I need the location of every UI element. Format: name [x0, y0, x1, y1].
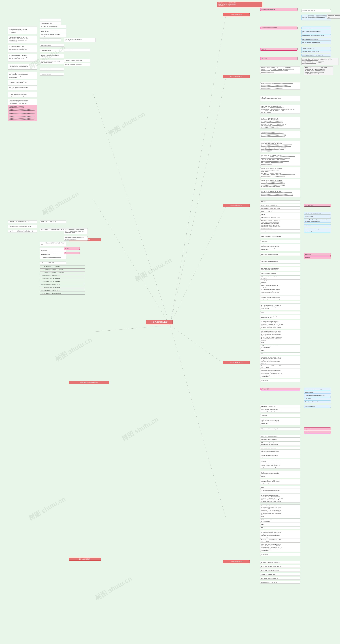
b3-self-eval: Self evaluation — [260, 379, 300, 382]
top-note-box: 四年级英语人教版小学英语课教教案教 实践时节约30分钟，也因为让数学家分 析下面… — [217, 2, 262, 8]
b2-height: of medium height. (pencil medium build) … — [40, 60, 64, 64]
b5-self-eval2: Self evaluation — [260, 553, 300, 556]
b3-obj-build: 6.To build students' confidence — [260, 272, 300, 275]
b5-develop2: 5.To develop students' ability to cooper… — [260, 442, 300, 446]
b5-they1: They are (They aa) a-b teachers,___ — [304, 388, 331, 390]
b1-diff-point: 5. 教学难点 — [260, 57, 297, 60]
watermark-4: 树图 shutu.cn — [134, 256, 173, 284]
svg-line-7 — [93, 325, 170, 332]
svg-line-1 — [170, 78, 226, 325]
b4-list5: • 上册1年级课教案2年级上册1年级课教案 — [40, 277, 85, 280]
b1-grammar-note: 啊啊啊啊啊啊，啊啊啊啊啊啊啊啊啊啊，啊啊啊啊啊啊。 — [327, 14, 340, 18]
b2-friend: I give the new friend – sherlock holmes … — [8, 64, 37, 70]
b3-time: Time_2020.12.30___Materials___5a for — [260, 216, 300, 219]
b5-phonetics: a) phonetics — [304, 428, 331, 430]
b2-similar: show some similar phrases and let the st… — [8, 86, 37, 90]
branch6-label: 小学4年级英语课教案6（通用5篇） — [69, 381, 109, 384]
b3-obj-develop3: (3.Optional objectives: 5.To develop fre… — [260, 296, 300, 300]
b2-unit: unit 5 — [40, 18, 61, 21]
b3-i-know: I like I know — [304, 224, 331, 227]
b3-exercise: 6. exercise 6.a) (short - Where is ___ ?… — [260, 364, 300, 369]
b1-sentence2: I am a teacher (Where she is my mother ) — [301, 30, 331, 34]
b4-pink1: 第三页！ — [64, 247, 80, 250]
b4-is-book: 5. There is a book in There is a book in… — [40, 248, 66, 252]
watermark-2: 树图 shutu.cn — [107, 110, 147, 138]
b5-oral2: 5.Oral work — [260, 526, 300, 529]
branch2-label: 小学4年级英语课教案2 — [223, 75, 250, 78]
b7-r1: 1. Warmup & Introduction：介绍新教案 — [260, 561, 300, 564]
b1-sentence4: my name is amy 啊啊啊啊啊啊aa啊 — [301, 38, 331, 40]
branch7-label: 小学4年级英语课教案7 — [223, 560, 250, 563]
b3-obj-make2: make it in the Words: presentations or p… — [260, 280, 300, 284]
b4-there-note: There be 句型复习，使用同时进行巩固 一 复习总结 — [40, 228, 66, 231]
b5-on-shelf: 5.is on the shelf Yes it is. 9.) — [304, 400, 331, 403]
b3-key-q: ii. Where question and it smooth for "5.… — [260, 284, 300, 288]
b3-next-pair: 7. (5)Teachers (They aa): a5(A)(teachers… — [260, 369, 300, 378]
b5-aids2: Aids PPT (keyboard chalk__, Procedures 1… — [260, 478, 300, 484]
mind-map: 树图 shutu.cn 树图 shutu.cn 树图 shutu.cn 树图 s… — [0, 0, 340, 644]
b2-curriculum: 2)the students will be able to master th… — [40, 33, 66, 38]
b2-retell: Before some picture and tell the student… — [8, 92, 37, 98]
b2-multimedia: ii, medium 2. computer for multimedia-s — [64, 59, 90, 62]
b4-list10: • 四年级1年级课教案2年级上册1年级课教案 — [40, 292, 85, 294]
b5-key-q2: ii. Where question and it smooth for "5.… — [260, 459, 300, 463]
branch8-label: 小学4年级英语课教案8 — [69, 558, 101, 561]
branch3-label: 小学4年级英语课教案3 — [223, 204, 250, 207]
b1-sub1: 友善的说：aa aa aa aa aa — [301, 9, 331, 12]
b3-pair-work: 3.I I use a b students and show the T i:… — [260, 320, 300, 329]
b5-objectives-h: —Objectives — [260, 414, 300, 417]
b5-confidence: 6.To build students' confidence — [260, 447, 300, 450]
b5-greetings2: 2.Greetings: Good morning everyone! 3/Re… — [260, 489, 300, 494]
center-node: 小学4年级英语课教案5篇 — [146, 320, 173, 324]
b4-list4: • 小学4年级英语课教案2年级英语课教案 — [40, 274, 85, 277]
b5-develop1: 4.To develop students' writing skill — [260, 438, 300, 441]
b1-diff-note: 教学难点：重点6-8年(从 6-8 aa aa一aa 啊啊aa啊aa一aa啊啊a… — [301, 58, 339, 65]
b2-reflection: 5II teaching reflection — [40, 68, 64, 70]
watermark-5: 树图 shutu.cn — [54, 336, 94, 363]
b7-r5: 5. 5Practice : mouth mouth BEE fa — [260, 577, 300, 580]
b4-there-are: 6. There are MERCER. There are somepeopl… — [40, 252, 66, 256]
b1-family1: 1.) goes from china 7 pm, 3.!) — [301, 47, 331, 50]
b3-education: I (Education: Use some pictures to revie… — [260, 356, 300, 364]
b2-phrases3: give students some words and phrases to … — [8, 80, 37, 86]
watermark-7: 树图 shutu.cn — [27, 495, 67, 523]
b5-pair-work2: 3.I I use a b students and show the T i:… — [260, 494, 300, 502]
svg-line-0 — [170, 16, 226, 325]
b7-r2: 2.New words : aa aa aa 单词 aa，aa，aa — [260, 565, 300, 568]
b1-family2: 2.) where I go from 1 from 1 is going 7 — [301, 50, 331, 53]
b4-there: 课时预定：there be 句型总复习 — [40, 220, 66, 223]
b2-describe: i. describe their looks — [40, 73, 64, 76]
b5-listening: b) listening — [304, 431, 331, 434]
b7-r4: 4. Listen and repeat: aa aa aa — [260, 573, 300, 576]
b3-obj-promote3: 3.To promote students' and English — [260, 260, 300, 263]
b5-intext2: intext — [260, 523, 300, 526]
b2-ability: 2. ability objectives — [40, 38, 61, 41]
b5-on-bed: I like' I know they on the bed? No. I No… — [260, 408, 300, 412]
watermark-6: 树图 shutu.cn — [120, 415, 160, 443]
branch1-label: 小学4年级英语课教案1 — [223, 13, 250, 16]
b3-obj-develop: 4.To develop students' writing skill — [260, 264, 300, 266]
b2-target: the students will be able to make a circ… — [8, 45, 37, 52]
b2-r8: I get you db ok(?) 1.let me get the stud… — [260, 141, 300, 152]
b4-list1: • 小学4年级英语课教案中的一到四年级是 — [40, 266, 85, 268]
b3-obj2: I like' I know they on the bed? No. I No… — [260, 234, 300, 238]
b3-intext: intext — [260, 349, 300, 352]
b3-r1: 大约：从1960啊啊 — [304, 204, 331, 206]
b3-obj-develop2: 5.To develop students' ability to cooper… — [260, 267, 300, 271]
svg-line-4 — [170, 325, 226, 518]
b2-r1: 教学目标：这是 5-6 年级的 target language aa aa 给小… — [260, 66, 300, 74]
b2-aids: III. teaching aids — [64, 48, 90, 52]
b5-i-like1: I like I know — [304, 397, 331, 400]
b1-sentence1: Type a student &listen — [301, 26, 331, 29]
b5-task2: Task I and ii(ok. Tomorrow) I Read the s… — [260, 504, 300, 516]
b1-greeting: 人教版小学英语课教教案教学 — [260, 8, 297, 11]
b2-r6: I try to to one read how a letter. I tel… — [260, 117, 300, 128]
b2-r11: 1.aa' I aa the one 啊啊啊 aa 的教案的 aa啊 aa I … — [260, 172, 300, 178]
b4-there-set: Teacher: 啊啊啊啊啊aa啊啊啊aa啊啊啊啊 啊啊啊啊啊aa啊啊啊aa a… — [64, 228, 88, 234]
b3-optional: optional — [260, 301, 300, 304]
b2-strategies: 4. teaching strategies — [40, 49, 64, 52]
b4-there-detail: There be 句型总复习, 使用同时进行巩固 2. 单调复习总结 — [40, 242, 66, 246]
b5-r1: 大约：从aa啊啊 — [260, 388, 300, 390]
b5-exercise2: 6. exercise 6.a) (short - Where is ___ ?… — [260, 538, 300, 542]
b3-oral-work: 5.Oral work — [260, 352, 300, 355]
